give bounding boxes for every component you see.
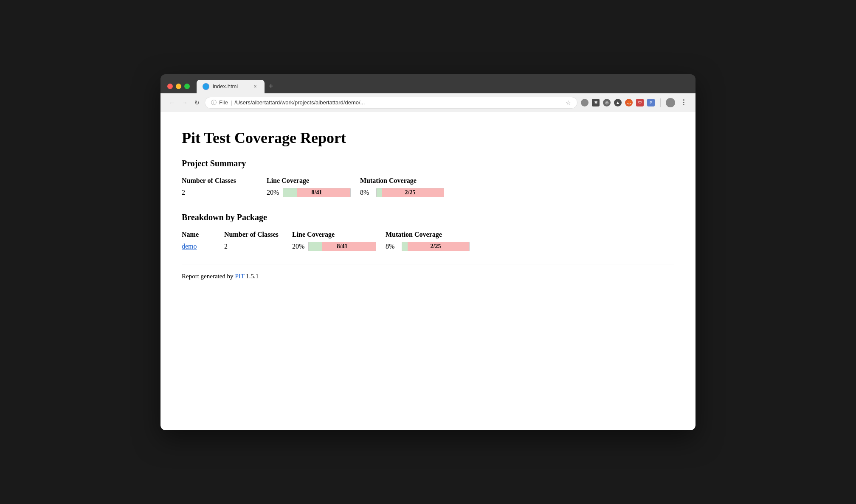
- line-coverage-bar: 8/41: [283, 188, 351, 197]
- tab-close-button[interactable]: ×: [252, 83, 259, 90]
- package-link[interactable]: demo: [182, 243, 197, 250]
- line-coverage-bar-label: 8/41: [283, 188, 350, 197]
- mutation-coverage-cell: 8% 2/25: [360, 188, 453, 197]
- browser-extensions: ⚛ ◎ ▲ 🦊 🛡 P ⋮: [581, 98, 689, 107]
- browser-window: 🌐 index.html × + ← → ↻ ⓘ File | /Users/a…: [160, 74, 696, 430]
- line-coverage-cell: 20% 8/41: [267, 188, 360, 197]
- breakdown-line-pct: 20%: [292, 243, 305, 250]
- breakdown-data-row: demo 2 20% 8/41 8% 2/25: [182, 242, 674, 251]
- ext-icon-5[interactable]: 🦊: [625, 99, 633, 106]
- divider: [660, 98, 661, 107]
- new-tab-button[interactable]: +: [265, 79, 278, 93]
- ext-icon-react[interactable]: ⚛: [592, 99, 600, 106]
- minimize-window-button[interactable]: [176, 84, 181, 89]
- footer-suffix: 1.5.1: [246, 273, 259, 280]
- address-url[interactable]: /Users/albertattard/work/projects/albert…: [234, 99, 563, 106]
- url-separator: |: [231, 99, 232, 106]
- package-name-cell: demo: [182, 243, 224, 250]
- breakdown-mutation-col-header: Mutation Coverage: [386, 231, 479, 238]
- pit-link[interactable]: PIT: [235, 273, 244, 280]
- breakdown-heading: Breakdown by Package: [182, 213, 674, 222]
- back-button[interactable]: ←: [167, 98, 177, 107]
- ext-icon-7[interactable]: P: [647, 99, 655, 106]
- refresh-button[interactable]: ↻: [193, 98, 201, 107]
- breakdown-mutation-bar: 2/25: [402, 242, 470, 251]
- tab-bar: 🌐 index.html × +: [197, 79, 689, 93]
- maximize-window-button[interactable]: [184, 84, 190, 89]
- tab-favicon-icon: 🌐: [203, 83, 209, 90]
- close-window-button[interactable]: [167, 84, 173, 89]
- file-label: File: [219, 99, 228, 106]
- breakdown-classes-value: 2: [224, 243, 292, 250]
- active-tab[interactable]: 🌐 index.html ×: [197, 80, 265, 93]
- browser-chrome: 🌐 index.html × + ← → ↻ ⓘ File | /Users/a…: [160, 74, 696, 112]
- breakdown-mutation-bar-label: 2/25: [402, 242, 469, 251]
- project-summary-section: Project Summary Number of Classes Line C…: [182, 159, 674, 197]
- breakdown-line-coverage-cell: 20% 8/41: [292, 242, 386, 251]
- traffic-lights: [167, 84, 190, 89]
- profile-avatar[interactable]: [666, 98, 675, 107]
- address-input-container[interactable]: ⓘ File | /Users/albertattard/work/projec…: [205, 97, 577, 109]
- breakdown-mutation-pct: 8%: [386, 243, 398, 250]
- breakdown-mutation-coverage-cell: 8% 2/25: [386, 242, 479, 251]
- address-bar: ← → ↻ ⓘ File | /Users/albertattard/work/…: [160, 93, 696, 112]
- title-bar: 🌐 index.html × +: [160, 74, 696, 93]
- name-col-header: Name: [182, 231, 224, 238]
- footer-divider: [182, 264, 674, 264]
- breakdown-line-bar-label: 8/41: [309, 242, 376, 251]
- page-content: Pit Test Coverage Report Project Summary…: [160, 112, 696, 430]
- ext-icon-4[interactable]: ▲: [614, 99, 622, 106]
- tab-title: index.html: [213, 83, 248, 90]
- ext-icon-6[interactable]: 🛡: [636, 99, 644, 106]
- breakdown-line-bar: 8/41: [308, 242, 376, 251]
- mutation-coverage-bar: 2/25: [376, 188, 444, 197]
- security-info-icon: ⓘ: [211, 99, 217, 106]
- summary-data-row: 2 20% 8/41 8% 2/25: [182, 188, 674, 197]
- line-coverage-pct: 20%: [267, 189, 279, 196]
- line-coverage-col-header: Line Coverage: [267, 177, 360, 185]
- classes-value: 2: [182, 189, 267, 196]
- bookmark-icon[interactable]: ☆: [566, 99, 571, 106]
- forward-button[interactable]: →: [180, 98, 189, 107]
- breakdown-line-col-header: Line Coverage: [292, 231, 386, 238]
- footer-prefix: Report generated by: [182, 273, 235, 280]
- project-summary-heading: Project Summary: [182, 159, 674, 168]
- ext-icon-3[interactable]: ◎: [603, 99, 611, 106]
- mutation-coverage-pct: 8%: [360, 189, 373, 196]
- classes-col-header: Number of Classes: [182, 177, 267, 185]
- breakdown-header-row: Name Number of Classes Line Coverage Mut…: [182, 231, 674, 238]
- summary-header-row: Number of Classes Line Coverage Mutation…: [182, 177, 674, 185]
- mutation-coverage-col-header: Mutation Coverage: [360, 177, 453, 185]
- mutation-coverage-bar-label: 2/25: [377, 188, 444, 197]
- breakdown-classes-col-header: Number of Classes: [224, 231, 292, 238]
- ext-icon-1[interactable]: [581, 99, 588, 106]
- footer: Report generated by PIT 1.5.1: [182, 273, 674, 280]
- breakdown-section: Breakdown by Package Name Number of Clas…: [182, 213, 674, 251]
- browser-menu-button[interactable]: ⋮: [679, 98, 689, 107]
- page-title: Pit Test Coverage Report: [182, 129, 674, 147]
